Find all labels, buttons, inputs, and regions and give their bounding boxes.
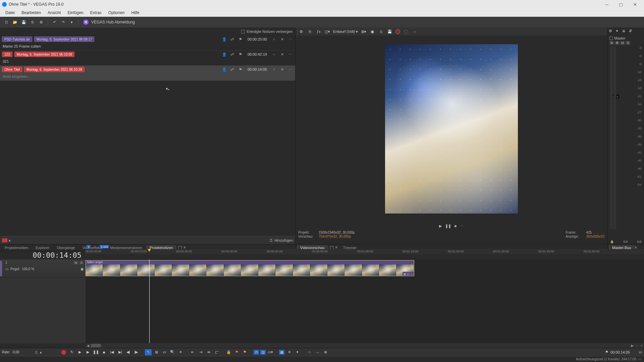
next-frame-button[interactable]: |▶ [133, 349, 140, 355]
tab-explorer[interactable]: Explorer [32, 245, 53, 250]
note-row[interactable]: PSD-Tutorials.de Montag, 6. September 20… [0, 36, 295, 51]
playhead-line[interactable] [149, 259, 150, 343]
note-done-checkbox[interactable]: ○ [271, 66, 277, 72]
selection-tool[interactable]: ⊞ [153, 349, 160, 355]
maximize-button[interactable]: ▢ [614, 0, 628, 9]
mixer-fx-button[interactable]: fx [609, 41, 614, 45]
track-mute-button[interactable]: M [73, 261, 78, 264]
lock-icon[interactable]: 🔒 [610, 240, 614, 243]
undo-dropdown[interactable]: ▾ [68, 18, 75, 26]
note-user-icon[interactable]: 👤 [221, 66, 227, 72]
menu-datei[interactable]: Datei [2, 9, 18, 16]
pegel-value[interactable]: 100,0 % [22, 267, 34, 271]
auto-fade-button[interactable]: ✦ [294, 349, 301, 355]
note-flag-icon[interactable]: ⚑ [237, 66, 244, 72]
note-done-checkbox[interactable]: ○ [271, 36, 277, 42]
video-clip[interactable]: fallen angel ▣ ƒx ⋯ [86, 260, 414, 276]
zoom-tool[interactable]: 🔍 [169, 349, 176, 355]
preview-external-icon[interactable]: ⎘ [307, 28, 313, 35]
preview-quality-dropdown[interactable]: Entwurf (Voll) ▾ [333, 29, 358, 34]
mixer-solo-button[interactable]: S [626, 41, 630, 45]
note-link-icon[interactable]: ☍ [229, 36, 235, 42]
mixer-down-icon[interactable]: ⇊ [622, 29, 628, 34]
note-more-icon[interactable]: ⋯ [287, 66, 293, 72]
note-link-icon[interactable]: ☍ [229, 51, 235, 57]
snap-button[interactable]: ⫍ [213, 349, 220, 355]
new-project-button[interactable]: 🗋 [3, 18, 10, 26]
undo-button[interactable]: ↶ [51, 18, 58, 26]
note-delete-icon[interactable]: ✕ [279, 36, 285, 42]
marker-orange-button[interactable]: ⚑ [233, 349, 240, 355]
note-more-icon[interactable]: ⋯ [287, 36, 293, 42]
record-button[interactable] [60, 349, 67, 355]
note-delete-icon[interactable]: ✕ [279, 51, 285, 57]
trim-end-button[interactable]: ⇥ [197, 349, 204, 355]
zoom-out-icon[interactable]: − [635, 344, 639, 348]
preview-opt2-icon[interactable]: ▭ [412, 28, 418, 35]
snap-mode-2[interactable]: ◫ [260, 350, 266, 355]
ignore-group-button[interactable]: ⊘ [306, 349, 313, 355]
lock-button[interactable]: 🔒 [225, 349, 232, 355]
rate-up-icon[interactable]: ▯ [35, 350, 37, 354]
pause-button[interactable]: ❚❚ [93, 349, 99, 355]
note-body[interactable]: 321 [0, 58, 295, 65]
rate-reset-icon[interactable]: ▴ [40, 350, 42, 354]
track-content[interactable]: fallen angel ▣ ƒx ⋯ [86, 259, 644, 343]
preview-stop-button[interactable]: ■ [454, 224, 457, 228]
track-fx-icon[interactable]: ▣ [80, 267, 84, 271]
preview-pause-button[interactable]: ❚❚ [445, 224, 451, 228]
marker-yellow-button[interactable]: ⚑ [241, 349, 248, 355]
timeline-scrollbar[interactable]: ◀ ▶ − + [86, 343, 644, 348]
crossfade-button[interactable]: ✕ [286, 349, 292, 355]
preview-settings-icon[interactable]: ⚙ [298, 28, 304, 35]
stop-button[interactable]: ■ [101, 349, 107, 355]
note-user-icon[interactable]: 👤 [221, 36, 227, 42]
preview-more-icon[interactable]: ⋯ [460, 224, 464, 228]
go-start-button[interactable]: |◀ [109, 349, 115, 355]
note-row[interactable]: Ohne Titel Montag, 6. September 2021 06:… [0, 66, 295, 81]
preview-fx-icon[interactable]: ƒx [316, 28, 322, 35]
zoom-in-icon[interactable]: + [639, 344, 644, 348]
open-project-button[interactable]: 📂 [11, 18, 19, 26]
clip-fx-icon[interactable]: ƒx [407, 273, 410, 276]
preview-save-icon[interactable]: 💾 [387, 28, 393, 35]
mixer-mute-button[interactable]: M [620, 41, 625, 45]
scroll-left-icon[interactable]: ◀ [86, 344, 90, 348]
mixer-settings-icon[interactable]: ⚙ [609, 29, 614, 34]
play-button[interactable]: ▶ [85, 349, 91, 355]
note-link-icon[interactable]: ☍ [229, 66, 235, 72]
preview-record-icon[interactable]: V [395, 29, 400, 34]
preview-opt1-icon[interactable]: ◯ [403, 28, 409, 35]
note-body[interactable]: Marke 25 Frame cutten [0, 43, 295, 50]
marker-2[interactable]: 2 123 [100, 245, 109, 248]
hide-done-checkbox[interactable] [241, 30, 245, 34]
add-note-icon[interactable]: 🗒 Hinzufügen [269, 238, 293, 242]
tab-uebergaenge[interactable]: Übergänge [53, 245, 78, 250]
mixer-dim-icon[interactable]: ✦ [615, 29, 621, 34]
preview-overlay-icon[interactable]: ▣ [369, 28, 375, 35]
clip-tools[interactable]: ▣ ƒx ⋯ [402, 272, 414, 276]
clip-more-icon[interactable]: ⋯ [410, 273, 413, 276]
go-end-button[interactable]: ▶| [117, 349, 123, 355]
note-body-input[interactable]: Notiz eingeben... [0, 73, 295, 80]
menu-hilfe[interactable]: Hilfe [128, 9, 143, 16]
menu-extras[interactable]: Extras [87, 9, 105, 16]
add-missing-button[interactable]: ⊕ [322, 349, 329, 355]
ripple-dropdown[interactable]: ▭▾ [267, 349, 274, 355]
tab-projektmedien[interactable]: Projektmedien [1, 245, 32, 250]
mixer-output-checkbox[interactable] [609, 37, 613, 40]
fullscreen-icon[interactable]: ▭ [639, 350, 642, 354]
preview-grid-icon[interactable]: ⊞▾ [361, 28, 367, 35]
prev-frame-button[interactable]: ◀| [125, 349, 131, 355]
note-delete-icon[interactable]: ✕ [279, 66, 285, 72]
track-header-1[interactable]: 1 M S ▭ Pegel: 100,0 % ▣ [0, 259, 86, 278]
playhead-icon[interactable] [148, 249, 151, 252]
hub-link[interactable]: VEGAS Hub Abmeldung [91, 20, 135, 24]
delete-button[interactable]: ✕ [177, 349, 184, 355]
note-flag-icon[interactable]: ⚑ [237, 51, 244, 57]
hub-badge-icon[interactable]: H [83, 19, 89, 25]
menu-einfuegen[interactable]: Einfügen [64, 9, 87, 16]
properties-button[interactable]: ⚙ [38, 18, 45, 26]
trim-start-button[interactable]: ⇤ [189, 349, 196, 355]
timeline-timecode[interactable]: 00:00:14:05 [0, 251, 86, 259]
